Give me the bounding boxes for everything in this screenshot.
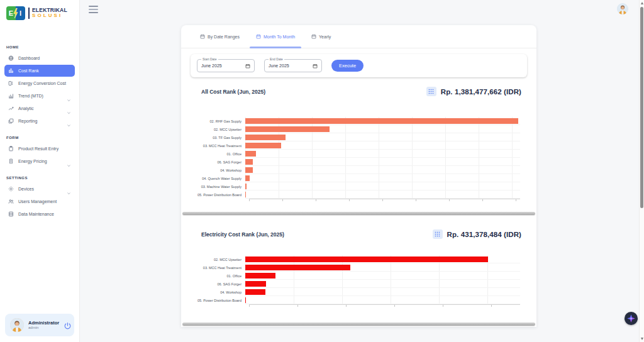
bar — [245, 273, 275, 279]
cost-rank-icon — [8, 68, 14, 74]
bar-track — [245, 133, 520, 141]
chart-row: 04. Quench Water Supply — [191, 174, 520, 182]
sidebar-item-users-management[interactable]: Users Management — [4, 196, 75, 207]
bar — [245, 135, 286, 140]
start-date-label: Start Date — [201, 57, 218, 61]
scroll-up-arrow-icon[interactable] — [641, 2, 643, 4]
bar — [245, 159, 253, 165]
x-axis — [249, 199, 520, 201]
chart-row: 05. Power Distribution Board — [191, 296, 520, 304]
chart-row: 01. Office — [191, 150, 520, 158]
sidebar-item-data-maintenance[interactable]: Data Maintenance — [4, 208, 75, 220]
tab-yearly[interactable]: Yearly — [303, 25, 339, 48]
calendar-icon[interactable] — [313, 63, 318, 69]
conversion-icon — [8, 80, 14, 86]
bar-track — [245, 141, 520, 150]
sidebar-item-product-result-entry[interactable]: Product Result Entry — [4, 143, 75, 155]
sidebar-item-energy-pricing[interactable]: Energy Pricing — [4, 155, 75, 167]
start-date-field[interactable]: Start Date June 2025 — [197, 59, 255, 72]
horizontal-scrollbar[interactable] — [182, 323, 535, 326]
scrollbar-thumb[interactable] — [640, 7, 643, 208]
bar-track — [245, 158, 520, 166]
reporting-doc-icon — [8, 118, 14, 124]
bar — [245, 265, 350, 270]
execute-button[interactable]: Execute — [331, 60, 364, 72]
chevron-down-icon — [67, 94, 71, 98]
calendar-icon[interactable] — [245, 63, 250, 69]
vertical-scrollbar[interactable] — [639, 0, 644, 342]
user-role: admin — [28, 326, 59, 331]
bar — [245, 297, 246, 303]
chart-row: 06. SAG Forger — [191, 280, 520, 288]
scroll-down-arrow-icon[interactable] — [641, 338, 643, 340]
sidebar-item-dashboard[interactable]: Dashboard — [4, 52, 75, 64]
tab-month-to-month[interactable]: Month To Month — [248, 25, 303, 48]
bar-track — [245, 166, 520, 174]
bar-track — [245, 190, 520, 199]
chart-row: 02. RHF Gas Supply — [191, 117, 520, 125]
section-header-form: FORM — [0, 131, 79, 142]
chart-title: Electricity Cost Rank (Jun, 2025) — [201, 231, 284, 238]
category-label: 01. Office — [191, 274, 245, 278]
sidebar-item-reporting[interactable]: Reporting — [4, 115, 75, 127]
chart-row: 03. MCC Heat Treatment — [191, 263, 520, 272]
chart-title: All Cost Rank (Jun, 2025) — [201, 89, 265, 95]
user-avatar — [10, 318, 24, 332]
sidebar-item-trend-mtd[interactable]: Trend (MTD) — [4, 90, 75, 102]
power-icon[interactable] — [64, 321, 72, 329]
logo-text: ELEKTRIKAL SOLUSI — [28, 8, 67, 18]
chart-total: Rp. 431,378,484 (IDR) — [433, 229, 521, 239]
bar — [245, 143, 281, 148]
chart-row: 01. Office — [191, 272, 520, 280]
section-header-settings: SETTINGS — [0, 171, 79, 182]
user-card[interactable]: Administrator admin — [5, 314, 74, 336]
category-label: 01. Office — [191, 152, 245, 156]
bar-track — [245, 150, 520, 158]
category-label: 04. Workshop — [191, 168, 245, 172]
end-date-value: June 2025 — [269, 63, 289, 68]
bar-track — [245, 125, 520, 133]
user-name: Administrator — [28, 320, 59, 326]
apps-grid-icon[interactable] — [426, 87, 436, 96]
sidebar-item-devices[interactable]: Devices — [4, 183, 75, 195]
chart-row: 02. MCC Upsetter — [191, 255, 520, 263]
end-date-field[interactable]: End Date June 2025 — [264, 59, 322, 72]
tab-by-date-ranges[interactable]: By Date Ranges — [192, 25, 248, 48]
logo-line2: SOLUSI — [32, 13, 67, 18]
calendar-icon — [311, 34, 316, 39]
electricity-cost-rank-section: Electricity Cost Rank (Jun, 2025) Rp. 43… — [181, 229, 536, 307]
globe-icon — [8, 55, 14, 61]
bar — [245, 167, 253, 173]
topbar-avatar[interactable] — [617, 3, 628, 14]
category-label: 02. MCC Upsetter — [191, 128, 245, 131]
chart-total: Rp. 1,381,477,662 (IDR) — [426, 87, 521, 96]
bar-track — [245, 280, 520, 288]
bar-track — [245, 296, 520, 304]
gear-icon — [8, 186, 14, 192]
ai-assistant-button[interactable] — [625, 312, 638, 325]
bar — [245, 289, 265, 295]
category-label: 02. MCC Upsetter — [191, 258, 245, 262]
chart-row: 03. MCC Heat Treatment — [191, 141, 520, 150]
apps-grid-icon[interactable] — [433, 229, 443, 239]
analytic-line-chart-icon — [8, 106, 14, 111]
chart-row: 06. SAG Forger — [191, 158, 520, 166]
chart-row: 04. Workshop — [191, 288, 520, 296]
hamburger-menu-icon[interactable] — [89, 6, 98, 13]
sidebar-item-energy-conversion-cost[interactable]: Energy Conversion Cost — [4, 77, 75, 89]
x-axis — [249, 304, 520, 307]
bar-track — [245, 288, 520, 296]
category-label: 05. Power Distribution Board — [191, 193, 245, 197]
logo-badge-icon: E I — [6, 6, 25, 20]
bar-track — [245, 174, 520, 182]
sidebar: E I ELEKTRIKAL SOLUSI HOME Dashboard Cos… — [0, 0, 80, 342]
all-cost-rank-chart: 02. RHF Gas Supply02. MCC Upsetter03. TF… — [181, 117, 536, 201]
sidebar-item-cost-rank[interactable]: Cost Rank — [4, 65, 75, 77]
chevron-down-icon — [67, 187, 71, 191]
end-date-label: End Date — [269, 57, 284, 61]
sidebar-item-analytic[interactable]: Analytic — [4, 102, 75, 114]
tabbar: By Date Ranges Month To Month Yearly — [181, 25, 536, 48]
chart-row: 03. TF Gas Supply — [191, 133, 520, 141]
horizontal-scrollbar[interactable] — [182, 212, 535, 215]
bar-track — [245, 263, 520, 272]
